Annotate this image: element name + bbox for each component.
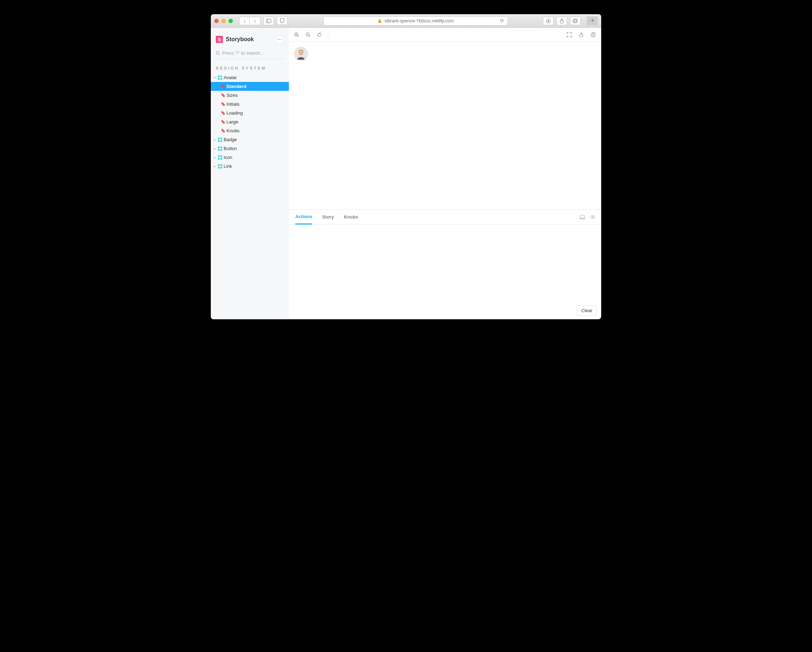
clear-button[interactable]: Clear [577,305,597,316]
new-tab-button[interactable]: + [587,16,598,26]
privacy-report-button[interactable] [277,16,287,25]
sidebar-section-label: DESIGN SYSTEM [211,60,289,73]
addon-tab-story[interactable]: Story [322,210,334,224]
storybook-logo-text: Storybook [226,36,254,43]
addon-body: Clear [289,224,601,319]
svg-point-40 [299,52,300,53]
component-icon [218,146,222,151]
browser-toolbar-right [543,17,581,25]
plus-icon: + [591,17,594,24]
caret-right-icon: ▸ [213,156,217,159]
bookmark-icon: 🔖 [221,128,225,133]
sidebar-menu-button[interactable]: ⋯ [275,35,284,44]
sidebar-tree: ▾ Avatar 🔖 Standard 🔖 Sizes 🔖 Init [211,73,289,171]
share-icon [560,18,564,23]
sidebar-story-large[interactable]: 🔖 Large [211,117,289,126]
search-input[interactable] [222,50,284,56]
svg-rect-5 [574,19,577,21]
sidebar-header: S Storybook ⋯ [211,31,289,46]
svg-rect-20 [218,155,220,157]
sidebar-story-loading[interactable]: 🔖 Loading [211,108,289,117]
svg-rect-13 [220,138,222,139]
component-icon [218,76,222,80]
canvas-toolbar [289,28,601,42]
forward-button[interactable]: › [250,17,261,25]
svg-rect-19 [220,149,222,151]
zoom-out-button[interactable] [305,32,311,38]
reload-icon[interactable]: ⟳ [500,18,504,23]
bookmark-icon: 🔖 [221,120,225,124]
addon-tab-knobs[interactable]: Knobs [344,210,358,224]
addon-tabs: Actions Story Knobs [289,210,601,224]
sidebar-component-icon[interactable]: ▸ Icon [211,153,289,162]
tabs-button[interactable] [570,17,581,25]
minimize-window-icon[interactable] [221,19,226,23]
svg-rect-18 [218,149,220,151]
sidebar-story-initials[interactable]: 🔖 Initials [211,100,289,108]
tabs-icon [573,19,578,23]
download-icon [546,18,551,23]
svg-rect-24 [218,164,220,166]
zoom-window-icon[interactable] [229,19,233,23]
sidebar-story-label: Knobs [226,128,240,133]
share-button[interactable] [557,17,567,25]
ellipsis-icon: ⋯ [277,37,282,42]
address-bar[interactable]: 🔒 vibrant-spence-7b0ccc.netlify.com ⟳ [323,16,508,26]
component-icon [218,155,222,160]
svg-line-29 [298,35,299,37]
search-icon [216,51,220,55]
back-button[interactable]: ‹ [239,17,250,25]
sidebar-component-label: Badge [224,137,237,142]
sidebar-story-standard[interactable]: 🔖 Standard [211,82,289,91]
sidebar-component-badge[interactable]: ▸ Badge [211,135,289,144]
panel-position-icon [580,215,585,219]
component-icon [218,164,222,169]
downloads-button[interactable] [543,17,554,25]
sidebar-component-avatar[interactable]: ▾ Avatar [211,73,289,82]
addon-tab-actions[interactable]: Actions [295,210,312,224]
refresh-icon [317,32,322,37]
svg-rect-21 [220,155,222,157]
sidebar-component-link[interactable]: ▸ Link [211,162,289,171]
addon-panel: Actions Story Knobs Cl [289,209,601,319]
sidebar-story-label: Standard [226,84,246,89]
open-isolated-button[interactable] [578,32,584,38]
close-panel-button[interactable] [591,215,595,219]
component-icon [218,138,222,142]
sidebar-toggle-button[interactable] [263,17,274,25]
avatar-image [294,47,308,61]
svg-rect-37 [592,32,595,36]
story-canvas [289,42,601,209]
svg-rect-23 [220,158,222,160]
panel-position-button[interactable] [580,215,585,219]
svg-rect-27 [220,167,222,169]
sidebar-component-label: Button [224,146,237,151]
bookmark-icon: 🔖 [221,84,225,89]
sidebar-story-sizes[interactable]: 🔖 Sizes [211,91,289,100]
caret-right-icon: ▸ [213,165,217,168]
zoom-in-button[interactable] [294,32,299,38]
browser-titlebar: ‹ › 🔒 vibrant-spence-7b0ccc.netlify.com … [211,14,601,28]
svg-rect-11 [220,78,222,80]
copy-link-button[interactable] [591,32,596,38]
sidebar-search[interactable] [216,49,284,59]
zoom-reset-button[interactable] [317,32,322,38]
close-window-icon[interactable] [214,19,218,23]
share-icon [579,32,583,37]
main-panel: Actions Story Knobs Cl [289,28,601,319]
address-bar-host: vibrant-spence-7b0ccc.netlify.com [385,18,454,23]
bookmark-icon: 🔖 [221,102,225,107]
zoom-out-icon [305,32,311,37]
svg-point-6 [216,52,219,54]
svg-rect-36 [591,34,594,37]
fullscreen-button[interactable] [566,32,572,38]
svg-rect-14 [218,140,220,142]
svg-rect-4 [573,20,577,23]
sidebar-component-label: Link [224,163,232,169]
sidebar-story-knobs[interactable]: 🔖 Knobs [211,126,289,135]
sidebar-story-label: Large [226,119,238,125]
svg-line-7 [218,54,220,55]
svg-rect-17 [220,146,222,148]
sidebar-component-button[interactable]: ▸ Button [211,144,289,153]
chevron-left-icon: ‹ [244,18,246,24]
